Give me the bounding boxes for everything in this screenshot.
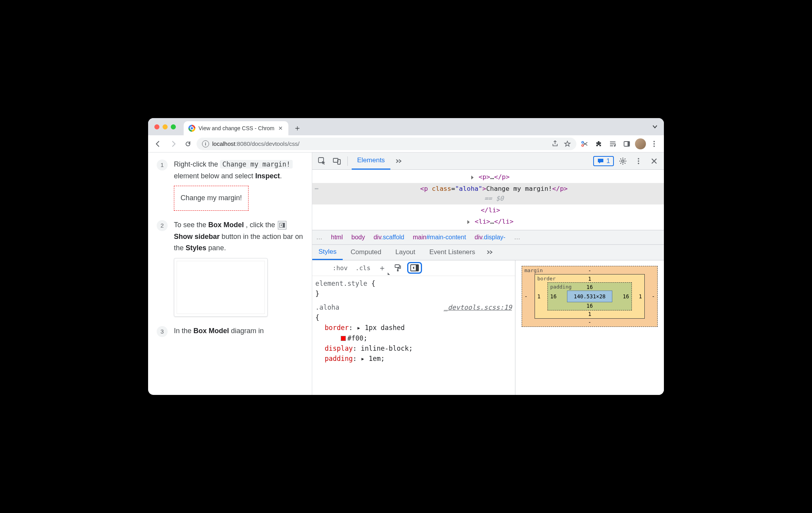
dom-node-selected[interactable]: ⋯ <p class="aloha">Change my margin!</p>… bbox=[312, 183, 664, 204]
svg-point-19 bbox=[638, 160, 639, 162]
color-swatch[interactable] bbox=[341, 336, 346, 341]
subtab-event-listeners[interactable]: Event Listeners bbox=[423, 245, 481, 260]
crumb-item[interactable]: div.display- bbox=[475, 234, 506, 241]
scissors-icon[interactable] bbox=[579, 138, 590, 150]
svg-point-11 bbox=[653, 145, 655, 147]
settings-icon[interactable] bbox=[616, 154, 630, 168]
reload-button[interactable] bbox=[182, 138, 194, 150]
code-literal: Change my margin! bbox=[220, 160, 293, 169]
url-text: localhost:8080/docs/devtools/css/ bbox=[212, 140, 299, 147]
crumb-item[interactable]: main#main-content bbox=[413, 234, 466, 241]
box-model-diagram[interactable]: margin - - - - border 1 1 1 1 padding bbox=[515, 260, 664, 395]
dom-node[interactable]: <p>…</p> bbox=[312, 171, 664, 183]
tab-elements[interactable]: Elements bbox=[352, 152, 390, 170]
subtab-computed[interactable]: Computed bbox=[344, 245, 387, 260]
more-subtabs-icon[interactable] bbox=[483, 246, 496, 259]
share-icon[interactable] bbox=[552, 140, 558, 147]
music-icon[interactable] bbox=[607, 138, 619, 150]
issues-badge[interactable]: 1 bbox=[593, 156, 614, 166]
cls-toggle[interactable]: .cls bbox=[353, 264, 373, 273]
expand-icon[interactable] bbox=[471, 176, 474, 179]
extensions-icon[interactable] bbox=[593, 138, 605, 150]
menu-button[interactable] bbox=[648, 138, 660, 150]
styles-action-bar: :hov .cls ＋ bbox=[312, 260, 515, 276]
minimize-window-button[interactable] bbox=[163, 124, 168, 129]
svg-rect-13 bbox=[283, 223, 285, 228]
bookmark-icon[interactable] bbox=[564, 140, 571, 147]
tab-title: View and change CSS - Chrom bbox=[199, 125, 274, 131]
subtab-layout[interactable]: Layout bbox=[389, 245, 422, 260]
inspect-element-icon[interactable] bbox=[315, 154, 329, 168]
site-info-icon[interactable]: i bbox=[202, 140, 209, 147]
chrome-favicon-icon bbox=[188, 125, 195, 132]
browser-window: View and change CSS - Chrom ✕ ＋ i localh… bbox=[148, 118, 664, 395]
subtab-styles[interactable]: Styles bbox=[312, 245, 343, 260]
devtools-header: Elements 1 bbox=[312, 152, 664, 170]
browser-toolbar: i localhost:8080/docs/devtools/css/ bbox=[148, 135, 664, 152]
browser-tab[interactable]: View and change CSS - Chrom ✕ bbox=[184, 121, 288, 135]
profile-avatar[interactable] bbox=[635, 138, 646, 149]
screenshot-thumbnail bbox=[174, 258, 268, 317]
demo-element[interactable]: Change my margin! bbox=[174, 186, 249, 211]
box-margin[interactable]: margin - - - - border 1 1 1 1 padding bbox=[522, 266, 658, 327]
paint-icon[interactable] bbox=[392, 263, 404, 273]
box-content[interactable]: 140.531×28 bbox=[567, 291, 612, 302]
new-style-rule-icon[interactable]: ＋ bbox=[376, 262, 388, 274]
crumb-item[interactable]: body bbox=[351, 234, 365, 241]
sidepanel-icon[interactable] bbox=[621, 138, 633, 150]
svg-point-9 bbox=[653, 141, 655, 142]
svg-point-10 bbox=[653, 143, 655, 145]
css-rules[interactable]: element.style { } .aloha _devtools.scss:… bbox=[312, 276, 515, 366]
more-tabs-icon[interactable] bbox=[392, 154, 405, 168]
device-toolbar-icon[interactable] bbox=[330, 154, 343, 168]
show-sidebar-icon bbox=[278, 221, 286, 230]
dom-node[interactable]: <li>…</li> bbox=[312, 216, 664, 228]
devtools-panel: Elements 1 bbox=[312, 152, 664, 395]
crumb-item[interactable]: html bbox=[331, 234, 343, 241]
step-number: 3 bbox=[157, 326, 168, 337]
box-padding[interactable]: padding 16 16 16 16 140.531×28 bbox=[547, 282, 632, 310]
address-bar[interactable]: i localhost:8080/docs/devtools/css/ bbox=[197, 138, 576, 150]
content-area: 1 Right-click the Change my margin! elem… bbox=[148, 152, 664, 395]
tabs-dropdown-button[interactable] bbox=[652, 124, 658, 129]
svg-rect-6 bbox=[615, 143, 616, 146]
svg-rect-3 bbox=[610, 143, 615, 144]
svg-rect-22 bbox=[397, 269, 399, 271]
hov-toggle[interactable]: :hov bbox=[330, 264, 350, 273]
documentation-page: 1 Right-click the Change my margin! elem… bbox=[148, 152, 312, 395]
forward-button[interactable] bbox=[167, 138, 179, 150]
expand-icon[interactable] bbox=[467, 220, 470, 224]
window-controls bbox=[153, 118, 184, 135]
kebab-menu-icon[interactable] bbox=[632, 154, 645, 168]
tab-strip: View and change CSS - Chrom ✕ ＋ bbox=[148, 118, 664, 135]
dom-node[interactable]: </li> bbox=[312, 204, 664, 216]
maximize-window-button[interactable] bbox=[171, 124, 176, 129]
show-sidebar-button[interactable] bbox=[407, 262, 422, 274]
svg-point-18 bbox=[638, 158, 639, 160]
back-button[interactable] bbox=[152, 138, 165, 150]
svg-rect-21 bbox=[395, 265, 399, 267]
svg-point-17 bbox=[622, 160, 624, 162]
svg-rect-8 bbox=[628, 142, 630, 146]
svg-rect-4 bbox=[610, 145, 613, 146]
new-tab-button[interactable]: ＋ bbox=[292, 122, 303, 134]
dom-tree[interactable]: <p>…</p> ⋯ <p class="aloha">Change my ma… bbox=[312, 170, 664, 230]
crumb-item[interactable]: div.scaffold bbox=[374, 234, 404, 241]
styles-subtabs: Styles Computed Layout Event Listeners bbox=[312, 245, 664, 260]
box-border[interactable]: border 1 1 1 1 padding 16 16 16 16 bbox=[535, 274, 645, 319]
svg-point-20 bbox=[638, 163, 639, 164]
step-number: 2 bbox=[157, 220, 168, 231]
close-window-button[interactable] bbox=[154, 124, 159, 129]
svg-rect-24 bbox=[416, 265, 419, 271]
instruction-step: 3 In the Box Model diagram in bbox=[157, 325, 304, 337]
source-link[interactable]: _devtools.scss:19 bbox=[444, 302, 512, 312]
node-options-icon[interactable]: ⋯ bbox=[315, 184, 319, 194]
step-number: 1 bbox=[157, 160, 168, 170]
svg-rect-2 bbox=[610, 142, 615, 142]
instruction-step: 2 To see the Box Model , click the Show … bbox=[157, 219, 304, 317]
close-devtools-icon[interactable] bbox=[647, 154, 661, 168]
dom-breadcrumb[interactable]: … html body div.scaffold main#main-conte… bbox=[312, 230, 664, 245]
instruction-step: 1 Right-click the Change my margin! elem… bbox=[157, 159, 304, 211]
close-tab-button[interactable]: ✕ bbox=[277, 125, 284, 131]
